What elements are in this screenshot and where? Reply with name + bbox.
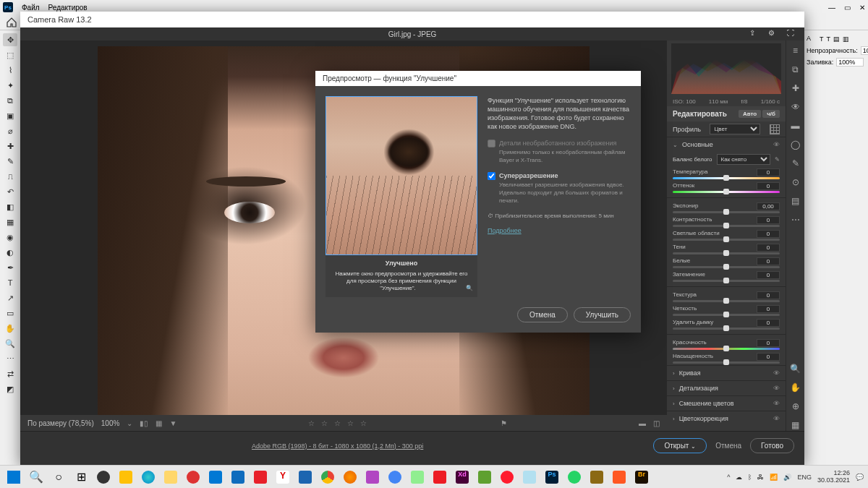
shadows-slider[interactable] <box>673 252 780 254</box>
sampler-icon[interactable]: ⊕ <box>790 401 801 412</box>
section-color-mix[interactable]: ›Смешение цветов👁 <box>667 395 786 411</box>
tool-history-brush[interactable]: ↶ <box>3 185 17 198</box>
text-icon[interactable]: T <box>820 35 824 43</box>
start-icon[interactable] <box>4 468 23 487</box>
saturation-slider[interactable] <box>673 361 780 364</box>
tool-move[interactable]: ✥ <box>3 33 17 46</box>
section-curve[interactable]: ›Кривая👁 <box>667 365 786 380</box>
tool-gradient[interactable]: ▦ <box>3 215 17 228</box>
filter-icon[interactable]: ▼ <box>169 419 176 427</box>
chrome-icon[interactable] <box>318 468 337 487</box>
menu-edit[interactable]: Редактиров <box>48 4 88 12</box>
tray-notifications-icon[interactable]: 💬 <box>856 474 864 481</box>
grid-icon[interactable]: ▦ <box>790 419 801 431</box>
app-icon[interactable] <box>610 468 629 487</box>
radial-icon[interactable]: ◯ <box>790 139 801 150</box>
app-icon[interactable] <box>475 468 494 487</box>
whites-slider[interactable] <box>673 266 780 268</box>
explorer-icon[interactable] <box>161 468 180 487</box>
tray-network-icon[interactable]: 🖧 <box>757 474 764 481</box>
view-single-icon[interactable]: ▬ <box>639 419 646 427</box>
magnifier-icon[interactable]: 🔍 <box>466 285 473 292</box>
gradient-icon[interactable]: ▬ <box>790 120 801 132</box>
tool-zoom[interactable]: 🔍 <box>3 337 17 350</box>
gear-icon[interactable]: ⚙ <box>768 29 778 39</box>
photoshop-icon[interactable]: Ps <box>542 468 561 487</box>
section-grading[interactable]: ›Цветокоррекция👁 <box>667 411 786 426</box>
edge-icon[interactable] <box>139 468 158 487</box>
enhance-preview[interactable] <box>326 96 477 255</box>
tool-fgbg-swatch[interactable]: ◩ <box>3 382 17 395</box>
tool-marquee[interactable]: ⬚ <box>3 48 17 61</box>
taskview-icon[interactable]: ⊞ <box>72 468 90 487</box>
app-icon[interactable] <box>363 468 382 487</box>
done-button[interactable]: Готово <box>750 438 794 453</box>
tray-volume-icon[interactable]: 🔊 <box>783 474 791 481</box>
acrobat-icon[interactable] <box>430 468 449 487</box>
cr-meta-link[interactable]: Adobe RGB (1998) - 8 бит - 1080 x 1080 (… <box>30 442 644 450</box>
clarity-input[interactable] <box>757 305 780 313</box>
contrast-input[interactable] <box>757 216 780 224</box>
tray-wifi-icon[interactable]: 📶 <box>770 474 778 481</box>
app-icon[interactable] <box>251 468 270 487</box>
tray-onedrive-icon[interactable]: ☁ <box>736 474 742 481</box>
texture-slider[interactable] <box>673 300 780 302</box>
tool-frame[interactable]: ▣ <box>3 109 17 122</box>
app-icon[interactable] <box>94 468 113 487</box>
exposure-slider[interactable] <box>673 211 780 213</box>
app-icon[interactable] <box>296 468 315 487</box>
crop-icon[interactable]: ⧉ <box>790 64 801 75</box>
tray-bluetooth-icon[interactable]: ᛒ <box>748 474 752 481</box>
bw-button[interactable]: ч/б <box>762 110 780 118</box>
eye-icon[interactable]: 👁 <box>773 400 780 407</box>
tool-hand[interactable]: ✋ <box>3 322 17 335</box>
profile-browser-icon[interactable] <box>770 124 780 134</box>
tool-path[interactable]: ↗ <box>3 291 17 304</box>
zoom-mode[interactable]: По размеру (78,5%) <box>27 419 94 427</box>
histogram[interactable] <box>671 43 781 94</box>
chevron-icon[interactable]: ⌄ <box>127 419 132 427</box>
app-icon[interactable] <box>116 468 135 487</box>
contrast-slider[interactable] <box>673 225 780 227</box>
yandex-icon[interactable]: Y <box>273 468 292 487</box>
fill-input[interactable] <box>836 58 864 67</box>
vibrance-slider[interactable] <box>673 348 780 350</box>
mail-icon[interactable] <box>229 468 247 487</box>
clarity-slider[interactable] <box>673 314 780 316</box>
eyedropper-icon[interactable]: ✎ <box>775 156 780 163</box>
type-tool-icon[interactable]: A <box>807 35 817 43</box>
zoom-pct[interactable]: 100% <box>101 419 120 427</box>
bridge-icon[interactable]: Br <box>632 468 651 487</box>
highlights-slider[interactable] <box>673 239 780 241</box>
paragraph-icon[interactable]: ▤ <box>833 35 840 43</box>
eye-icon[interactable]: 👁 <box>773 369 780 377</box>
tray-chevron-icon[interactable]: ^ <box>727 474 730 481</box>
tool-eraser[interactable]: ◧ <box>3 200 17 213</box>
texture-input[interactable] <box>757 291 780 299</box>
learn-more-link[interactable]: Подробнее <box>488 226 522 235</box>
cancel-button[interactable]: Отмена <box>715 442 741 450</box>
redeye-icon[interactable]: ⊙ <box>790 176 801 188</box>
open-button[interactable]: Открыт ⌄ <box>653 438 707 453</box>
vibrance-input[interactable] <box>757 339 780 347</box>
flag-icon[interactable]: ⚑ <box>501 419 507 427</box>
super-resolution-checkbox[interactable]: Суперразрешение <box>488 171 631 180</box>
tool-type[interactable]: T <box>3 276 17 289</box>
edit-sliders-icon[interactable]: ≡ <box>790 45 801 56</box>
app-icon[interactable] <box>386 468 404 487</box>
search-icon[interactable]: 🔍 <box>27 468 46 487</box>
profile-select[interactable]: Цвет <box>710 124 760 134</box>
zoom-icon[interactable]: 🔍 <box>790 363 801 374</box>
app-icon[interactable] <box>184 468 203 487</box>
temperature-input[interactable] <box>757 168 780 176</box>
tool-brush[interactable]: ✎ <box>3 155 17 168</box>
app-icon[interactable] <box>587 468 606 487</box>
firefox-icon[interactable] <box>341 468 359 487</box>
exposure-input[interactable] <box>757 202 780 210</box>
presets-icon[interactable]: ▤ <box>790 195 801 207</box>
tint-input[interactable] <box>757 182 780 190</box>
dialog-enhance-button[interactable]: Улучшить <box>574 307 631 322</box>
notepadpp-icon[interactable] <box>408 468 427 487</box>
section-basic[interactable]: ⌄Основные👁 <box>667 137 786 152</box>
window-minimize-icon[interactable]: — <box>828 4 835 12</box>
